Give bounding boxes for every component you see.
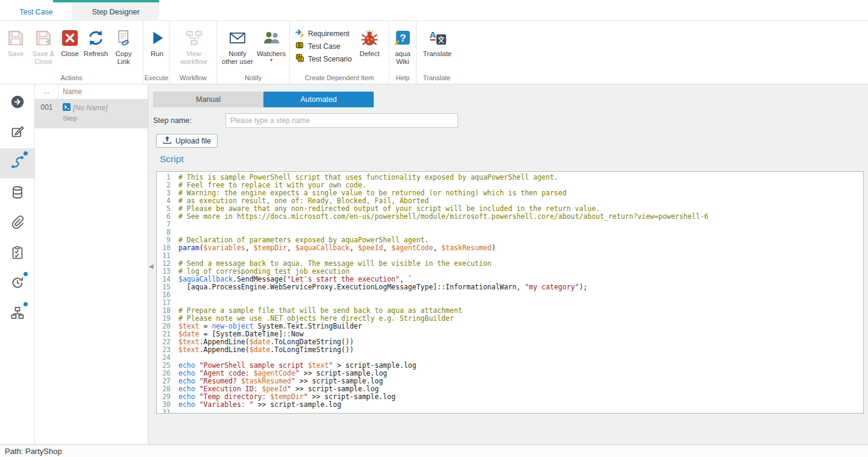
sidebar-item-dependencies[interactable] xyxy=(0,299,34,329)
upload-file-label: Upload file xyxy=(175,137,211,145)
copy-link-button[interactable]: Copy Link xyxy=(110,26,137,66)
tab-manual[interactable]: Manual xyxy=(153,92,263,107)
tab-test-case-label: Test Case xyxy=(19,8,53,16)
workflow-group-label: Workflow xyxy=(170,74,216,81)
column-header-index: ... xyxy=(35,84,58,99)
tab-step-designer-label: Step Designer xyxy=(92,8,139,16)
upload-icon xyxy=(163,136,172,146)
view-workflow-button[interactable]: View workflow xyxy=(177,26,212,66)
watchers-icon xyxy=(262,27,280,49)
clipboard-check-icon xyxy=(10,245,25,262)
sidebar-item-checklist[interactable] xyxy=(0,239,34,269)
automated-step-icon xyxy=(63,102,71,113)
create-dependent-item-group-label: Create Dependent Item xyxy=(290,74,389,81)
steps-list-panel: ... Name 001 [No Name] Step xyxy=(35,84,148,444)
panel-collapse-arrow-icon[interactable]: ◀ xyxy=(149,263,154,269)
run-label: Run xyxy=(151,50,163,58)
translate-label: Translate xyxy=(423,50,452,58)
execute-group-label: Execute xyxy=(143,74,169,81)
copy-link-icon xyxy=(115,27,133,49)
translate-group-label: Translate xyxy=(417,74,457,81)
save-and-close-label: Save & Close xyxy=(29,50,58,66)
watchers-button[interactable]: Watchers ▾ xyxy=(254,26,288,66)
aqua-wiki-icon: ? xyxy=(394,27,412,49)
help-group-label: Help xyxy=(389,74,416,81)
create-requirement-button[interactable]: Requirement xyxy=(295,27,356,40)
tab-automated-label: Automated xyxy=(300,95,336,104)
tab-test-case[interactable]: Test Case xyxy=(0,2,72,21)
edit-pencil-icon xyxy=(10,125,25,142)
sidebar-item-history[interactable] xyxy=(0,269,34,299)
sitemap-icon xyxy=(10,306,25,323)
ribbon: Save Save & Close Close xyxy=(0,21,868,84)
notify-other-user-label: Notify other user xyxy=(221,50,254,66)
copy-link-label: Copy Link xyxy=(110,50,137,66)
requirement-icon xyxy=(295,28,304,40)
tab-step-designer[interactable]: Step Designer xyxy=(72,2,159,21)
ribbon-group-create-dependent-item: Requirement Test Case Test Scenario xyxy=(290,21,389,84)
sidebar-item-data[interactable] xyxy=(0,178,34,209)
svg-text:A: A xyxy=(429,30,436,40)
watchers-dropdown-caret-icon[interactable]: ▾ xyxy=(270,58,272,62)
aqua-wiki-button[interactable]: ? aqua Wiki xyxy=(391,26,415,66)
steps-icon xyxy=(10,154,25,172)
create-test-case-label: Test Case xyxy=(308,42,340,51)
window-tab-bar: Test Case Step Designer xyxy=(0,0,868,21)
database-icon xyxy=(10,185,25,202)
view-workflow-icon xyxy=(185,27,203,49)
left-icon-sidebar xyxy=(0,84,35,444)
close-button[interactable]: Close xyxy=(58,26,82,66)
history-clock-icon xyxy=(10,276,25,292)
upload-file-button[interactable]: Upload file xyxy=(156,134,218,148)
step-number: 001 xyxy=(35,99,58,128)
step-title: [No Name] xyxy=(73,104,107,112)
sidebar-item-steps[interactable] xyxy=(0,148,34,178)
translate-button[interactable]: A Translate xyxy=(420,26,455,58)
step-name-input[interactable] xyxy=(225,113,458,128)
create-test-scenario-button[interactable]: Test Scenario xyxy=(295,52,356,65)
history-notification-dot xyxy=(24,272,28,276)
overview-arrow-icon xyxy=(10,94,25,112)
step-list-item[interactable]: 001 [No Name] Step xyxy=(35,99,148,128)
envelope-icon xyxy=(228,27,247,49)
save-icon xyxy=(7,27,25,49)
actions-group-label: Actions xyxy=(0,74,143,81)
tab-manual-label: Manual xyxy=(196,95,221,104)
save-button[interactable]: Save xyxy=(2,26,29,66)
notify-other-user-button[interactable]: Notify other user xyxy=(221,26,254,66)
test-scenario-icon xyxy=(295,53,304,65)
ribbon-group-help: ? aqua Wiki Help xyxy=(389,21,417,84)
script-code-editor[interactable]: 1234567891011121314151617181920212223242… xyxy=(156,171,864,414)
test-case-icon xyxy=(295,40,304,52)
create-defect-label: Defect xyxy=(359,50,379,58)
step-editor-main: Manual Automated Step name: Upload file … xyxy=(148,84,868,444)
sidebar-item-overview[interactable] xyxy=(0,88,34,118)
svg-text:?: ? xyxy=(400,33,406,44)
view-workflow-label: View workflow xyxy=(177,50,212,66)
aqua-wiki-label: aqua Wiki xyxy=(391,50,415,66)
sidebar-item-edit[interactable] xyxy=(0,118,34,148)
step-subtitle: Step xyxy=(63,115,107,122)
translate-icon: A xyxy=(429,27,447,49)
refresh-icon xyxy=(87,27,105,49)
run-button[interactable]: Run xyxy=(146,26,168,58)
step-mode-tabs: Manual Automated xyxy=(153,92,374,107)
sidebar-item-attachments[interactable] xyxy=(0,209,34,239)
dependencies-notification-dot xyxy=(24,302,28,306)
notify-group-label: Notify xyxy=(217,74,289,81)
refresh-button[interactable]: Refresh xyxy=(82,26,110,66)
save-label: Save xyxy=(8,50,24,58)
code-gutter: 1234567891011121314151617181920212223242… xyxy=(157,172,174,413)
run-icon xyxy=(149,27,166,49)
ribbon-group-workflow: View workflow Workflow xyxy=(170,21,217,84)
create-defect-button[interactable]: Defect xyxy=(356,26,383,65)
close-icon xyxy=(61,27,79,49)
ribbon-group-translate: A Translate Translate xyxy=(417,21,457,84)
script-section-heading: Script xyxy=(160,154,184,165)
save-and-close-icon xyxy=(34,27,52,49)
tab-automated[interactable]: Automated xyxy=(263,92,374,107)
defect-bug-icon xyxy=(360,27,379,49)
save-and-close-button[interactable]: Save & Close xyxy=(29,26,58,66)
create-test-case-button[interactable]: Test Case xyxy=(295,40,356,52)
column-header-name[interactable]: Name xyxy=(58,87,82,96)
